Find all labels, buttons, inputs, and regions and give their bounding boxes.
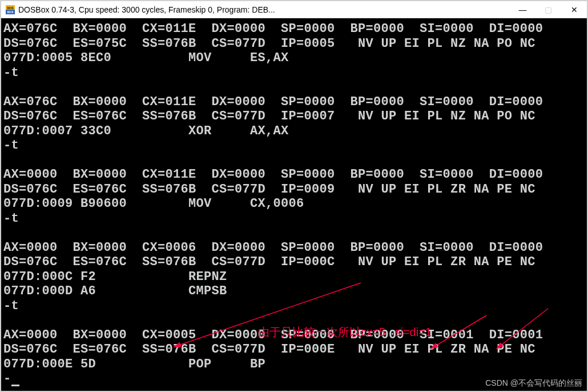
minimize-button[interactable]: — [510, 1, 535, 18]
terminal-line: -t [3, 299, 587, 314]
terminal-line: DS=076C ES=076C SS=076B CS=077D IP=0009 … [3, 182, 587, 197]
terminal-line: 077D:0007 33C0 XOR AX,AX [3, 124, 587, 139]
terminal-line: DS=076C ES=076C SS=076B CS=077D IP=000E … [3, 342, 587, 357]
annotation-text: 由于只比较一次所以cx=5 si=di=1 [258, 326, 432, 339]
terminal-line: 077D:000D A6 CMPSB [3, 284, 587, 299]
icon-label-top: DOS [7, 6, 14, 9]
app-window: DOS BOX DOSBox 0.74-3, Cpu speed: 3000 c… [0, 0, 588, 392]
terminal-line: -t [3, 66, 587, 81]
terminal-line: DS=076C ES=076C SS=076B CS=077D IP=0007 … [3, 109, 587, 124]
terminal-line: AX=076C BX=0000 CX=011E DX=0000 SP=0000 … [3, 95, 587, 110]
prompt-line: - [3, 371, 587, 386]
terminal-line [3, 153, 587, 168]
terminal-output: AX=076C BX=0000 CX=011E DX=0000 SP=0000 … [3, 22, 587, 371]
window-title: DOSBox 0.74-3, Cpu speed: 3000 cycles, F… [18, 5, 510, 14]
terminal-line: AX=0000 BX=0000 CX=0006 DX=0000 SP=0000 … [3, 241, 587, 255]
icon-label-bottom: BOX [7, 10, 14, 14]
terminal-line: AX=0000 BX=0000 CX=011E DX=0000 SP=0000 … [3, 167, 587, 182]
terminal-line: -t [3, 138, 587, 153]
terminal-line [3, 80, 587, 95]
close-button[interactable]: ✕ [561, 1, 587, 18]
terminal[interactable]: AX=076C BX=0000 CX=011E DX=0000 SP=0000 … [1, 18, 587, 391]
terminal-line: 077D:0005 8EC0 MOV ES,AX [3, 51, 587, 66]
terminal-line: -t [3, 211, 587, 226]
terminal-line: 077D:000E 5D POP BP [3, 357, 587, 372]
titlebar[interactable]: DOS BOX DOSBox 0.74-3, Cpu speed: 3000 c… [1, 1, 587, 18]
terminal-line: DS=076C ES=075C SS=076B CS=077D IP=0005 … [3, 37, 587, 51]
terminal-line [3, 226, 587, 241]
terminal-line: 077D:000C F2 REPNZ [3, 270, 587, 285]
cursor [11, 385, 19, 386]
terminal-line: DS=076C ES=076C SS=076B CS=077D IP=000C … [3, 255, 587, 270]
maximize-button: ▢ [535, 1, 561, 18]
dosbox-icon: DOS BOX [6, 5, 15, 14]
terminal-line: AX=076C BX=0000 CX=011E DX=0000 SP=0000 … [3, 22, 587, 37]
terminal-line: 077D:0009 B90600 MOV CX,0006 [3, 197, 587, 211]
